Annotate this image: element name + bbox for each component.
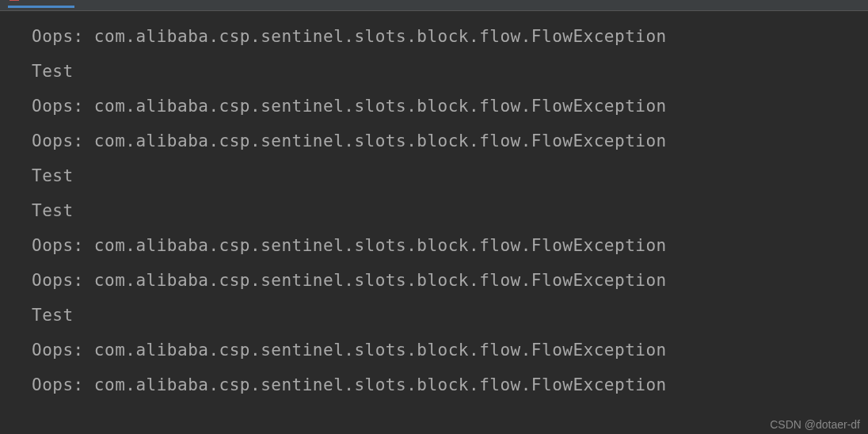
watermark: CSDN @dotaer-df [770,418,860,431]
console-line: Oops: com.alibaba.csp.sentinel.slots.blo… [32,89,868,124]
tab-underline [8,6,74,8]
console-line: Oops: com.alibaba.csp.sentinel.slots.blo… [32,228,868,263]
console-line: Test [32,193,868,228]
tab-bar: Console Threads [0,0,868,11]
console-line: Test [32,158,868,193]
tab-threads-label: Threads [92,0,141,4]
tab-threads[interactable]: Threads [92,0,141,6]
console-line: Test [32,298,868,333]
console-output: Oops: com.alibaba.csp.sentinel.slots.blo… [0,11,868,434]
console-line: Oops: com.alibaba.csp.sentinel.slots.blo… [32,124,868,158]
console-line: Oops: com.alibaba.csp.sentinel.slots.blo… [32,263,868,298]
console-line: Oops: com.alibaba.csp.sentinel.slots.blo… [32,19,868,54]
console-line: Test [32,54,868,89]
stop-icon [10,0,19,1]
tab-console[interactable]: Console [10,0,73,6]
tab-console-label: Console [24,0,73,4]
console-line: Oops: com.alibaba.csp.sentinel.slots.blo… [32,367,868,402]
console-line: Oops: com.alibaba.csp.sentinel.slots.blo… [32,333,868,367]
